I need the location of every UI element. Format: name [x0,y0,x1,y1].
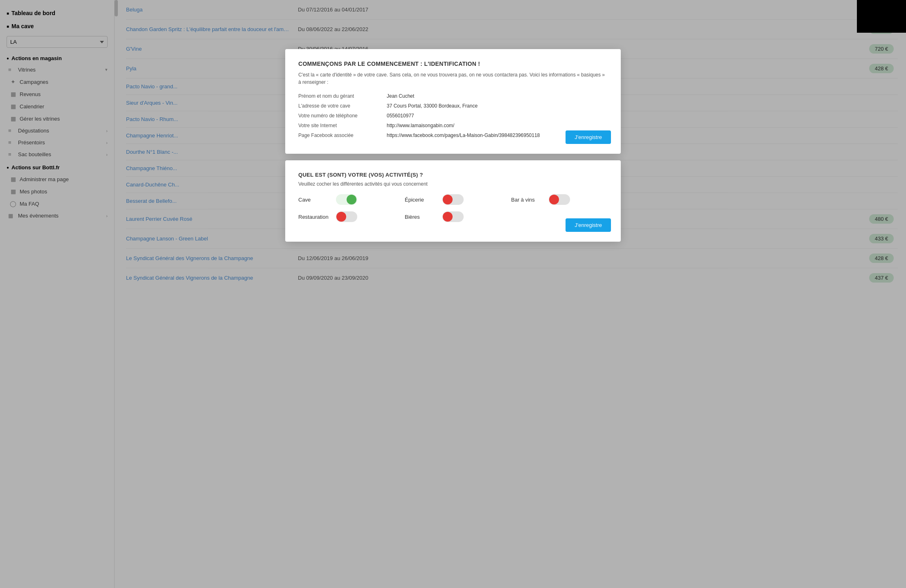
activity-item: Bières [405,211,501,222]
modal1-title: COMMENÇONS PAR LE COMMENCEMENT : L'IDENT… [298,61,608,67]
field-label: Votre site Internet [298,123,380,128]
form-row: L'adresse de votre cave 37 Cours Portal,… [298,103,608,109]
modal1-form: Prénom et nom du gérant Jean Cuchet L'ad… [298,93,608,138]
toggle-track [442,211,464,222]
field-label: L'adresse de votre cave [298,103,380,109]
field-label: Votre numéro de téléphone [298,113,380,119]
activity-item: Épicerie [405,194,501,205]
toggle-track [336,211,357,222]
toggle-thumb [443,195,453,204]
modal1-subtitle: C'est la « carte d'identité » de votre c… [298,71,608,86]
toggle-thumb [549,195,559,204]
toggle-track [336,194,357,205]
activity-toggle[interactable] [336,194,357,205]
activity-item: Cave [298,194,395,205]
activity-label: Bar à vins [511,197,544,203]
modal2-subtitle: Veuillez cocher les différentes activité… [298,181,608,187]
field-value: 0556010977 [387,113,414,119]
form-row: Votre site Internet http://www.lamaisong… [298,123,608,128]
activity-item: Bar à vins [511,194,608,205]
field-value: http://www.lamaisongabin.com/ [387,123,454,128]
modal-identification: COMMENÇONS PAR LE COMMENCEMENT : L'IDENT… [285,49,621,154]
field-value: Jean Cuchet [387,93,414,99]
activity-label: Épicerie [405,197,437,203]
activity-toggle[interactable] [442,211,464,222]
modal-activities: QUEL EST (SONT) VOTRE (VOS) ACTIVITÉ(S) … [285,160,621,242]
modal1-save-button[interactable]: J'enregistre [566,130,611,144]
modal2-title: QUEL EST (SONT) VOTRE (VOS) ACTIVITÉ(S) … [298,172,608,178]
activities-grid: Cave Épicerie Bar à vins Restauration Bi [298,194,608,222]
toggle-thumb [336,212,346,222]
activity-toggle[interactable] [336,211,357,222]
field-label: Prénom et nom du gérant [298,93,380,99]
activity-toggle[interactable] [442,194,464,205]
field-label: Page Facebook associée [298,132,380,138]
modal2-save-button[interactable]: J'enregistre [566,218,611,232]
form-row: Page Facebook associée https://www.faceb… [298,132,608,138]
field-value: https://www.facebook.com/pages/La-Maison… [387,132,540,138]
activity-toggle[interactable] [549,194,570,205]
toggle-thumb [347,195,356,204]
form-row: Votre numéro de téléphone 0556010977 [298,113,608,119]
overlay: COMMENÇONS PAR LE COMMENCEMENT : L'IDENT… [0,0,906,588]
activity-label: Cave [298,197,331,203]
toggle-thumb [443,212,453,222]
activity-item: Restauration [298,211,395,222]
activity-label: Restauration [298,214,331,220]
activity-label: Bières [405,214,437,220]
form-row: Prénom et nom du gérant Jean Cuchet [298,93,608,99]
toggle-track [442,194,464,205]
toggle-track [549,194,570,205]
field-value: 37 Cours Portal, 33000 Bordeaux, France [387,103,478,109]
